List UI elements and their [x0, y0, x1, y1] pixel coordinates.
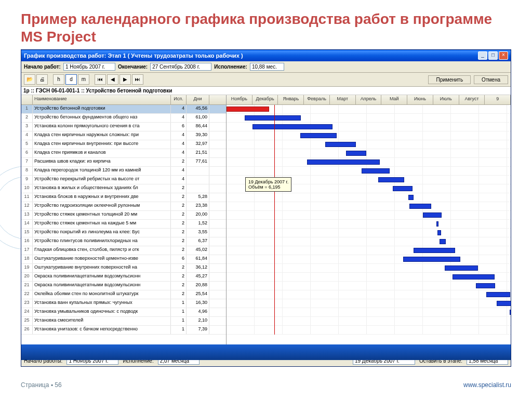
gantt-bar[interactable] — [346, 151, 366, 156]
gantt-bar[interactable] — [445, 265, 478, 271]
table-row[interactable]: 23Установка ванн купальных прямых: чугун… — [21, 299, 226, 308]
minimize-button[interactable]: _ — [478, 51, 487, 60]
table-row[interactable]: 8Кладка перегородок толщиной 120 мм из к… — [21, 167, 226, 176]
table-row[interactable]: 3Установка колонн прямоугольного сечения… — [21, 123, 226, 131]
gantt-bar[interactable] — [440, 239, 446, 244]
table-row[interactable]: 2Устройство бетонных фундаментов общего … — [21, 114, 226, 123]
table-row[interactable]: 20Окраска поливинилацетатными водоэмульс… — [21, 273, 226, 282]
gantt-bar[interactable] — [325, 142, 356, 147]
gantt-bar[interactable] — [245, 115, 301, 121]
first-icon[interactable]: ⏮ — [95, 74, 106, 85]
gantt-row[interactable] — [227, 317, 511, 326]
col-name[interactable]: Наименование — [33, 95, 171, 104]
col-dni[interactable]: Дни — [187, 95, 209, 104]
gantt-bar[interactable] — [408, 195, 414, 200]
gantt-bar[interactable] — [307, 159, 380, 165]
table-row[interactable]: 10Установка в жилых и общественных здани… — [21, 184, 226, 193]
month-header[interactable]: Декабрь — [252, 95, 278, 104]
next-icon[interactable]: ▶ — [119, 74, 131, 85]
gantt-bar[interactable] — [393, 186, 413, 191]
table-row[interactable]: 26Установка унитазов: с бачком непосредс… — [21, 326, 226, 335]
table-row[interactable]: 1Устройство бетонной подготовки445,56 — [21, 105, 226, 114]
table-row[interactable]: 6Кладка стен приямков и каналов421,51 — [21, 149, 226, 158]
gantt-row[interactable] — [227, 167, 511, 176]
gantt-bar[interactable] — [252, 124, 332, 129]
month-header[interactable]: Ноябрь — [227, 95, 252, 104]
col-num[interactable] — [21, 95, 33, 104]
month-header[interactable]: Февраль — [304, 95, 330, 104]
gantt-row[interactable] — [227, 114, 511, 123]
table-row[interactable]: 25Установка смесителей12,10 — [21, 317, 226, 326]
gantt-bar[interactable] — [227, 107, 269, 112]
gantt-row[interactable] — [227, 140, 511, 149]
scale-d-button[interactable]: d — [65, 74, 77, 85]
gantt-row[interactable] — [227, 220, 511, 229]
month-header[interactable]: Июль — [433, 95, 459, 104]
gantt-row[interactable] — [227, 149, 511, 158]
gantt-row[interactable] — [227, 308, 511, 317]
table-row[interactable]: 11Установка блоков в наружных и внутренн… — [21, 193, 226, 202]
scale-m-button[interactable]: m — [78, 74, 89, 85]
gantt-row[interactable] — [227, 229, 511, 237]
table-row[interactable]: 5Кладка стен кирпичных внутренних: при в… — [21, 140, 226, 149]
gantt-chart[interactable]: НоябрьДекабрьЯнварьФевральМартАпрельМайИ… — [227, 95, 511, 344]
table-row[interactable]: 17Гладкая облицовка стен, столбов, пиляс… — [21, 246, 226, 255]
gantt-row[interactable] — [227, 290, 511, 299]
table-row[interactable]: 14Устройство стяжек цементных на каждые … — [21, 220, 226, 229]
month-header[interactable]: Январь — [278, 95, 304, 104]
month-header[interactable]: Июнь — [407, 95, 433, 104]
gantt-row[interactable] — [227, 255, 511, 264]
gantt-row[interactable] — [227, 299, 511, 308]
table-row[interactable]: 9Устройство перекрытий ребристых на высо… — [21, 176, 226, 184]
gantt-bar[interactable] — [409, 204, 431, 209]
table-row[interactable]: 12Устройство гидроизоляции оклеечной рул… — [21, 202, 226, 211]
start-date-input[interactable] — [63, 63, 115, 71]
table-row[interactable]: 22Оклейка обоями стен по монолитной штук… — [21, 290, 226, 299]
month-header[interactable]: Апрель — [356, 95, 382, 104]
gantt-bar[interactable] — [378, 177, 404, 182]
print-icon[interactable]: 🖨 — [36, 74, 48, 85]
table-row[interactable]: 18Оштукатуривание поверхностей цементно-… — [21, 255, 226, 264]
gantt-row[interactable] — [227, 123, 511, 131]
gantt-bar[interactable] — [423, 212, 442, 218]
exec-input[interactable] — [250, 63, 284, 71]
table-row[interactable]: 4Кладка стен кирпичных наружных сложных:… — [21, 131, 226, 140]
gantt-bar[interactable] — [486, 292, 510, 297]
end-date-input[interactable] — [150, 63, 211, 71]
gantt-row[interactable] — [227, 264, 511, 273]
gantt-row[interactable] — [227, 131, 511, 140]
gantt-row[interactable] — [227, 237, 511, 246]
gantt-bar[interactable] — [497, 301, 511, 306]
cancel-button[interactable]: Отмена — [474, 75, 508, 84]
month-header[interactable]: 9 — [485, 95, 511, 104]
open-icon[interactable]: 📂 — [24, 74, 35, 85]
maximize-button[interactable]: □ — [488, 51, 498, 60]
titlebar[interactable]: График производства работ: Этап 1 ( Учте… — [21, 50, 511, 61]
scale-h-button[interactable]: h — [53, 74, 64, 85]
table-row[interactable]: 16Устройство плинтусов поливинилхлоридны… — [21, 237, 226, 246]
gantt-row[interactable] — [227, 158, 511, 167]
gantt-row[interactable] — [227, 211, 511, 220]
gantt-bar[interactable] — [437, 230, 441, 235]
table-row[interactable]: 13Устройство стяжек цементных толщиной 2… — [21, 211, 226, 220]
table-row[interactable]: 21Окраска поливинилацетатными водоэмульс… — [21, 282, 226, 290]
table-row[interactable]: 7Расшивка швов кладки: из кирпича277,61 — [21, 158, 226, 167]
last-icon[interactable]: ⏭ — [132, 74, 143, 85]
month-header[interactable]: Август — [459, 95, 485, 104]
gantt-bar[interactable] — [510, 310, 511, 315]
table-row[interactable]: 24Установка умывальников одиночных: с по… — [21, 308, 226, 317]
table-row[interactable]: 19Оштукатуривание внутренних поверхносте… — [21, 264, 226, 273]
month-header[interactable]: Май — [381, 95, 407, 104]
gantt-row[interactable] — [227, 273, 511, 282]
gantt-row[interactable] — [227, 326, 511, 335]
month-header[interactable]: Март — [330, 95, 356, 104]
prev-icon[interactable]: ◀ — [107, 74, 118, 85]
gantt-row[interactable] — [227, 193, 511, 202]
table-row[interactable]: 15Устройство покрытий из линолеума на кл… — [21, 229, 226, 237]
col-isp[interactable]: Исп. — [171, 95, 187, 104]
gantt-bar[interactable] — [476, 283, 495, 288]
gantt-bar[interactable] — [453, 274, 495, 280]
gantt-bar[interactable] — [414, 248, 455, 253]
close-button[interactable]: × — [499, 51, 508, 60]
gantt-bar[interactable] — [300, 133, 337, 138]
